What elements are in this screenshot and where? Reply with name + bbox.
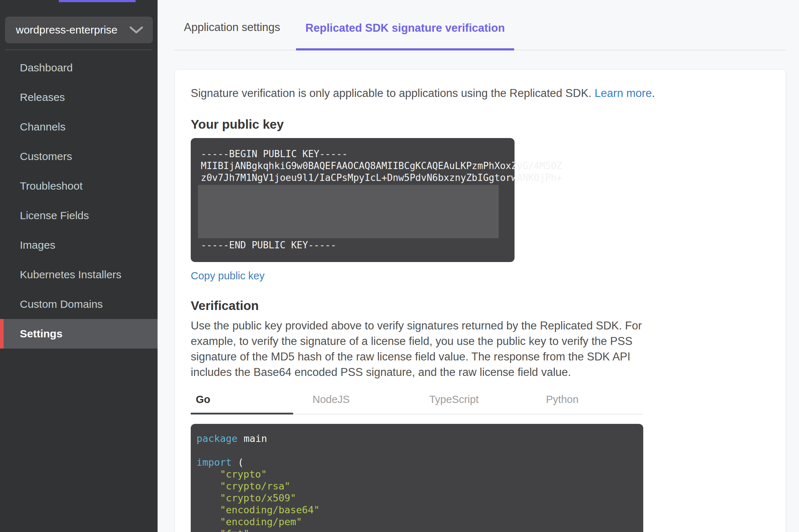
- app-selector-dropdown[interactable]: wordpress-enterprise: [5, 17, 153, 43]
- code-open-paren: (: [238, 457, 244, 468]
- sidebar-item-releases[interactable]: Releases: [0, 83, 158, 112]
- code-import-string: "crypto/rsa": [197, 480, 643, 492]
- tab-replicated-sdk-signature-verification[interactable]: Replicated SDK signature verification: [296, 22, 514, 50]
- tab-application-settings[interactable]: Application settings: [175, 21, 290, 50]
- code-import-string: "crypto/x509": [197, 492, 643, 504]
- learn-more-link[interactable]: Learn more: [595, 87, 652, 99]
- sidebar-item-license-fields[interactable]: License Fields: [0, 201, 158, 230]
- sidebar-item-customers[interactable]: Customers: [0, 142, 158, 171]
- sidebar-item-dashboard[interactable]: Dashboard: [0, 53, 158, 83]
- code-import-string: "crypto": [197, 468, 643, 480]
- sidebar-nav: Dashboard Releases Channels Customers Tr…: [0, 53, 158, 349]
- public-key-begin-line: -----BEGIN PUBLIC KEY-----: [201, 148, 515, 160]
- sidebar-item-kubernetes-installers[interactable]: Kubernetes Installers: [0, 260, 158, 289]
- code-import-string: "encoding/base64": [197, 504, 643, 516]
- language-tab-typescript[interactable]: TypeScript: [424, 389, 527, 414]
- intro-sentence: Signature verification is only applicabl…: [191, 87, 591, 99]
- code-package-name: main: [244, 433, 267, 444]
- code-import-string: "fmt": [197, 528, 643, 532]
- code-import-string: "encoding/pem": [197, 516, 643, 528]
- app-window: wordpress-enterprise Dashboard Releases …: [0, 0, 799, 532]
- signature-verification-card: Signature verification is only applicabl…: [175, 69, 786, 532]
- public-key-line: MIIBIjANBgkqhkiG9w0BAQEFAAOCAQ8AMIIBCgKC…: [201, 160, 515, 172]
- intro-text: Signature verification is only applicabl…: [191, 86, 770, 101]
- code-line-package: packagemain: [197, 433, 643, 444]
- language-tab-nodejs[interactable]: NodeJS: [308, 389, 410, 414]
- app-selector-value: wordpress-enterprise: [16, 24, 129, 36]
- code-keyword: package: [197, 433, 238, 444]
- sidebar-item-settings[interactable]: Settings: [0, 319, 158, 349]
- code-keyword: import: [197, 457, 232, 468]
- public-key-code-block: -----BEGIN PUBLIC KEY----- MIIBIjANBgkqh…: [191, 138, 515, 262]
- sidebar: wordpress-enterprise Dashboard Releases …: [0, 0, 158, 532]
- public-key-redacted-region: [198, 185, 499, 238]
- public-key-heading: Your public key: [191, 117, 770, 132]
- intro-period: .: [652, 87, 655, 99]
- code-line-import: import(: [197, 456, 643, 468]
- sidebar-item-channels[interactable]: Channels: [0, 112, 158, 142]
- chevron-down-icon: [129, 26, 144, 34]
- verification-description: Use the public key provided above to ver…: [191, 318, 644, 380]
- sidebar-divider: [5, 49, 153, 50]
- language-tab-python[interactable]: Python: [541, 389, 643, 414]
- public-key-end-line: -----END PUBLIC KEY-----: [201, 239, 515, 251]
- language-tab-go[interactable]: Go: [191, 389, 293, 414]
- copy-public-key-link[interactable]: Copy public key: [191, 270, 265, 282]
- main-content: Application settings Replicated SDK sign…: [158, 0, 799, 532]
- sidebar-item-troubleshoot[interactable]: Troubleshoot: [0, 171, 158, 201]
- verification-heading: Verification: [191, 298, 770, 313]
- go-code-block: packagemain import( "crypto" "crypto/rsa…: [191, 424, 643, 532]
- top-loading-accent-bar: [59, 0, 136, 2]
- code-blank-line: [197, 444, 643, 456]
- language-tab-bar: Go NodeJS TypeScript Python: [191, 389, 643, 414]
- sidebar-item-custom-domains[interactable]: Custom Domains: [0, 289, 158, 319]
- settings-tab-bar: Application settings Replicated SDK sign…: [175, 0, 786, 50]
- public-key-line: z0v7Jh7M1NgV1joeu9l1/IaCPsMpyIcL+Dnw5Pdv…: [201, 172, 515, 184]
- sidebar-item-images[interactable]: Images: [0, 230, 158, 260]
